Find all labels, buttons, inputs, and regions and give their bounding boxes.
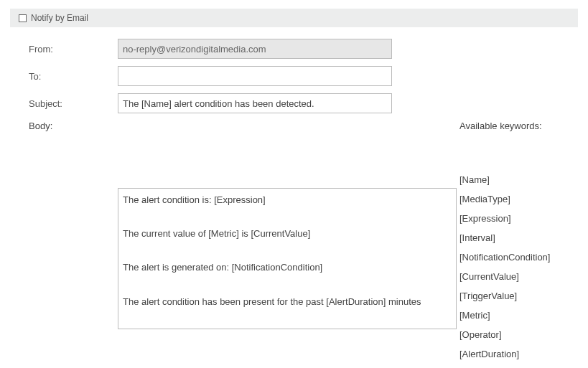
keyword-item: [CurrentValue]: [459, 271, 550, 282]
keyword-item: [Expression]: [459, 213, 550, 224]
keywords-title: Available keywords:: [459, 121, 550, 131]
notify-email-label: Notify by Email: [31, 13, 88, 23]
keyword-item: [TriggerValue]: [459, 291, 550, 301]
keyword-item: [Operator]: [459, 329, 550, 340]
from-field: [118, 39, 392, 59]
body-label: Body:: [29, 121, 118, 131]
keyword-item: [NotificationCondition]: [459, 252, 550, 263]
body-textarea[interactable]: The alert condition is: [Expression] The…: [118, 188, 457, 330]
from-label: From:: [29, 44, 118, 55]
keywords-list: [Name] [MediaType] [Expression] [Interva…: [459, 174, 550, 359]
keyword-item: [MediaType]: [459, 194, 550, 204]
to-field[interactable]: [118, 66, 392, 86]
keyword-item: [Interval]: [459, 232, 550, 243]
notify-by-email-header[interactable]: Notify by Email: [10, 9, 578, 27]
subject-label: Subject:: [29, 98, 118, 109]
to-label: To:: [29, 71, 118, 82]
subject-field[interactable]: [118, 93, 392, 113]
notify-email-checkbox[interactable]: [19, 14, 27, 22]
keyword-item: [Name]: [459, 174, 550, 185]
keyword-item: [AlertDuration]: [459, 349, 550, 359]
keyword-item: [Metric]: [459, 310, 550, 321]
